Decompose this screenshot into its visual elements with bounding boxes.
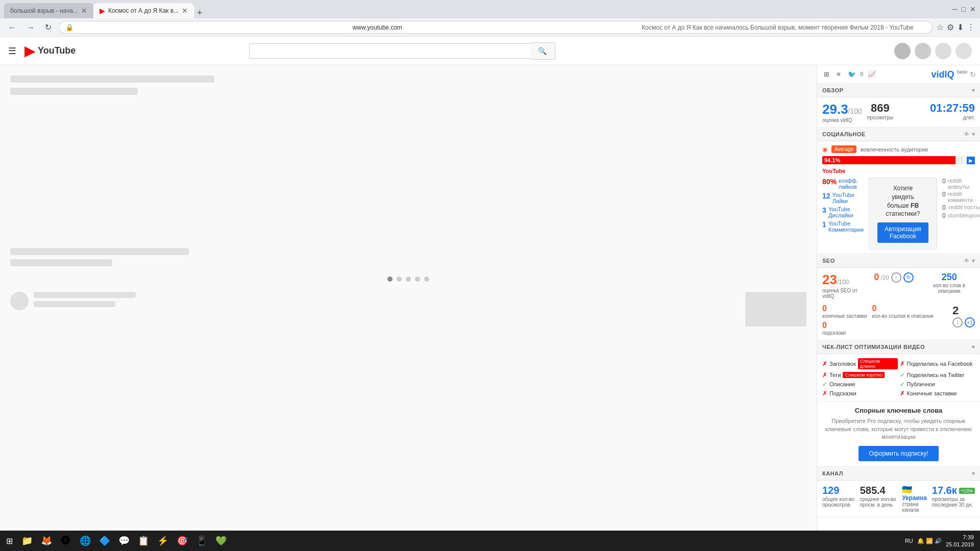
- browser-actions: ☆ ⚙ ⬇ ⋮: [937, 22, 975, 32]
- taskbar-icon-1[interactable]: 📁: [18, 532, 36, 550]
- stat-label-2[interactable]: YouTube Лайки: [832, 192, 864, 204]
- list-view-btn[interactable]: ≡: [834, 69, 843, 80]
- taskbar-icon-5[interactable]: 🔷: [95, 532, 114, 550]
- seo-icon-3: i: [952, 317, 963, 328]
- keywords-section: Спорные ключевые слова Приобретите Pro п…: [817, 402, 980, 467]
- search-button[interactable]: 🔍: [530, 42, 555, 60]
- youtube-expand-btn[interactable]: ▶: [967, 157, 975, 164]
- dot-5[interactable]: [424, 277, 429, 282]
- check-item-1: ✗ Заголовок Слишком длинно: [822, 358, 898, 369]
- tab-1-label: большой взрыв - нача...: [10, 7, 78, 14]
- seo-score-num: 23/100: [822, 272, 869, 288]
- social-eye-icon: 👁: [964, 131, 970, 138]
- channel-recent-views: 17.6к +13% просмотры за последние 30 дн.: [932, 485, 975, 508]
- overview-collapse-btn[interactable]: ▾: [972, 87, 975, 94]
- check-ok-icon-3: ✓: [822, 381, 827, 388]
- social-title: СОЦИАЛЬНОЕ: [822, 131, 866, 137]
- overview-duration: 01:27:59 длит.: [930, 102, 975, 120]
- seo-content: 23/100 оценка SEO от vidIQ 0 /20 i ↻: [817, 268, 980, 340]
- list-item: [10, 292, 806, 327]
- stat-label-3[interactable]: YouTube Дислайки: [828, 206, 864, 218]
- tab-2[interactable]: ▶ Космос от А до Я Как в... ✕: [93, 3, 194, 18]
- checklist-grid: ✗ Заголовок Слишком длинно ✗ Поделились …: [822, 358, 975, 397]
- dot-3[interactable]: [406, 277, 411, 282]
- check-item-5: ✗ Конечные заставки: [900, 390, 975, 397]
- checklist-section: ЧЕК-ЛИСТ ОПТИМИЗАЦИИ ВИДЕО ▾ ✗ Заголовок…: [817, 340, 980, 402]
- dot-1[interactable]: [387, 277, 393, 282]
- extension-btn1[interactable]: ⚙: [947, 22, 954, 32]
- tab-2-label: Космос от А до Я Как в...: [108, 7, 179, 14]
- maximize-btn[interactable]: □: [962, 5, 966, 13]
- check-ok-icon-8: ✓: [900, 381, 905, 388]
- check-item-8: ✓ Публичное: [900, 381, 975, 388]
- tab-1-close[interactable]: ✕: [81, 7, 87, 15]
- hamburger-icon[interactable]: ☰: [8, 45, 16, 57]
- stat-row-3: 3 YouTube Дислайки: [822, 206, 864, 218]
- social-collapse-btn[interactable]: ▾: [972, 131, 975, 138]
- overview-title: ОБЗОР: [822, 87, 843, 93]
- placeholder-subtitle: [10, 88, 138, 95]
- extension-btn2[interactable]: ⬇: [957, 22, 964, 32]
- seo-words-count-metric: 250 кол-во слов в описании: [924, 272, 975, 294]
- tab-2-close[interactable]: ✕: [182, 7, 188, 15]
- channel-avg-views-num: 585.4: [860, 485, 897, 496]
- back-button[interactable]: ←: [5, 22, 19, 33]
- taskbar-icon-4[interactable]: 🌐: [76, 532, 94, 550]
- fb-text: Хотитеувидетьбольше FBстатистики?: [877, 184, 928, 218]
- address-full-text: Космос от А до Я Как все начиналось Боль…: [642, 24, 926, 31]
- tab-2-yt-icon: ▶: [100, 7, 105, 15]
- grid-view-btn[interactable]: ⊞: [821, 69, 832, 80]
- check-label-5: Конечные заставки: [907, 390, 957, 396]
- channel-total-views-num: 129: [822, 485, 855, 496]
- taskbar-icon-11[interactable]: 💚: [212, 532, 230, 550]
- subscribe-button[interactable]: Оформить подписку!: [859, 446, 938, 461]
- new-tab-button[interactable]: +: [194, 8, 206, 18]
- stat-num-4: 1: [822, 220, 826, 233]
- youtube-logo[interactable]: ▶ YouTube: [24, 42, 76, 59]
- youtube-bar-fill: 94.1%: [822, 156, 955, 164]
- menu-btn[interactable]: ⋮: [967, 22, 975, 32]
- channel-title: КАНАЛ: [822, 470, 843, 477]
- refresh-button[interactable]: ↻: [42, 21, 55, 33]
- twitter-btn[interactable]: 🐦: [845, 69, 859, 80]
- dot-2[interactable]: [397, 277, 402, 282]
- tab-1[interactable]: большой взрыв - нача... ✕: [4, 3, 93, 18]
- social-header: СОЦИАЛЬНОЕ 👁 ▾: [817, 128, 980, 141]
- channel-recent-label: просмотры за последние 30 дн.: [932, 496, 975, 508]
- taskbar-icon-10[interactable]: 📱: [192, 532, 211, 550]
- search-input[interactable]: [249, 43, 530, 59]
- checklist-header: ЧЕК-ЛИСТ ОПТИМИЗАЦИИ ВИДЕО ▾: [817, 340, 980, 354]
- social-section: СОЦИАЛЬНОЕ 👁 ▾ ◉ Average вовлеченность а…: [817, 128, 980, 254]
- avatar-3: [935, 43, 951, 59]
- avg-icon: ◉: [822, 146, 827, 153]
- minimize-btn[interactable]: ─: [952, 5, 958, 13]
- stat-label-4[interactable]: YouTube Комментарии: [828, 220, 864, 233]
- vidiq-refresh-btn[interactable]: ↻: [970, 70, 976, 79]
- overview-content: 29.3/100 оценка vidIQ 869 просмотры 01:2…: [817, 97, 980, 127]
- seo-collapse-btn[interactable]: ▾: [972, 257, 975, 264]
- taskbar-icon-2[interactable]: 🦊: [37, 532, 56, 550]
- stat-label-1[interactable]: коэфф. лайков: [839, 178, 864, 190]
- chart-btn[interactable]: 📈: [865, 69, 878, 80]
- close-btn[interactable]: ✕: [970, 5, 976, 13]
- address-bar[interactable]: 🔒 www.youtube.com Космос от А до Я Как в…: [59, 21, 933, 34]
- channel-stats-row: 129 общее кол-во просмотров 585.4 средне…: [822, 485, 975, 513]
- avatar-1: [894, 43, 911, 59]
- forward-button[interactable]: →: [23, 22, 38, 33]
- taskbar-icon-6[interactable]: 💬: [115, 532, 133, 550]
- star-btn[interactable]: ☆: [937, 22, 944, 32]
- taskbar-icon-9[interactable]: 🎯: [173, 532, 191, 550]
- taskbar-icon-3[interactable]: 🅐: [57, 532, 75, 550]
- video-area: [0, 65, 817, 531]
- taskbar-icon-7[interactable]: 📋: [134, 532, 153, 550]
- taskbar-icon-8[interactable]: ⚡: [154, 532, 172, 550]
- overview-header: ОБЗОР ▾: [817, 84, 980, 97]
- header-right: [894, 43, 972, 59]
- checklist-collapse-btn[interactable]: ▾: [972, 343, 975, 350]
- check-label-3: Описание: [829, 381, 855, 387]
- channel-collapse-btn[interactable]: ▾: [972, 470, 975, 477]
- start-button[interactable]: ⊞: [2, 534, 17, 548]
- check-label-2: Теги: [829, 372, 841, 378]
- fb-auth-button[interactable]: Авторизация Facebook: [877, 222, 928, 243]
- dot-4[interactable]: [415, 277, 420, 282]
